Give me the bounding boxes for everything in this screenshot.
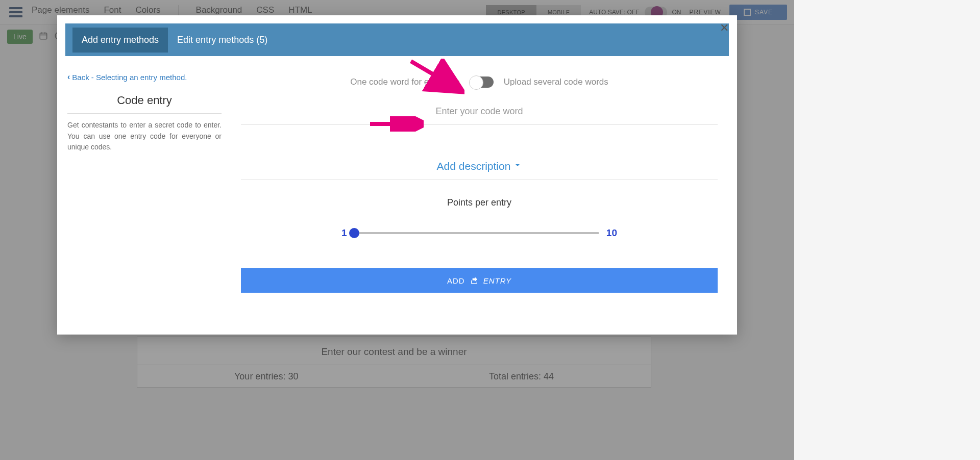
code-input-wrap: [241, 102, 718, 124]
modal-content: ‹ Back - Selecting an entry method. Code…: [65, 56, 729, 326]
tab-edit-entry-methods[interactable]: Edit entry methods (5): [168, 28, 277, 53]
left-separator: [67, 113, 222, 114]
add-entry-button[interactable]: ADD ENTRY: [241, 268, 718, 293]
share-icon: [470, 276, 478, 286]
add-description-button[interactable]: Add description: [437, 160, 522, 172]
back-link-text: Back - Selecting an entry method.: [72, 73, 187, 82]
toggle-label-left: One code word for everyone: [350, 77, 460, 87]
add-description-label: Add description: [437, 160, 511, 172]
toggle-label-right: Upload several code words: [504, 77, 608, 87]
add-description-section: Add description: [241, 160, 718, 180]
entry-method-modal: ✕ Add entry methods Edit entry methods (…: [57, 15, 737, 335]
slider-max: 10: [606, 227, 617, 239]
back-link[interactable]: ‹ Back - Selecting an entry method.: [67, 72, 187, 82]
code-mode-toggle-row: One code word for everyone Upload severa…: [241, 76, 718, 88]
chevron-left-icon: ‹: [67, 72, 70, 82]
left-title: Code entry: [67, 94, 222, 107]
points-slider[interactable]: [354, 232, 599, 234]
slider-thumb[interactable]: [349, 228, 359, 238]
modal-tabs: Add entry methods Edit entry methods (5): [65, 23, 729, 56]
code-word-input[interactable]: [241, 102, 718, 124]
right-pane: One code word for everyone Upload severa…: [224, 69, 729, 326]
tab-add-entry-methods[interactable]: Add entry methods: [72, 28, 168, 53]
add-entry-suffix: ENTRY: [483, 276, 511, 285]
points-per-entry-label: Points per entry: [241, 197, 718, 208]
points-slider-row: 1 10: [341, 227, 617, 239]
code-mode-toggle[interactable]: [470, 76, 494, 88]
close-icon[interactable]: ✕: [720, 21, 729, 35]
chevron-down-icon: [513, 161, 522, 171]
left-description: Get contestants to enter a secret code t…: [67, 120, 222, 153]
left-pane: ‹ Back - Selecting an entry method. Code…: [65, 69, 224, 326]
slider-min: 1: [341, 227, 347, 239]
add-entry-prefix: ADD: [447, 276, 465, 285]
